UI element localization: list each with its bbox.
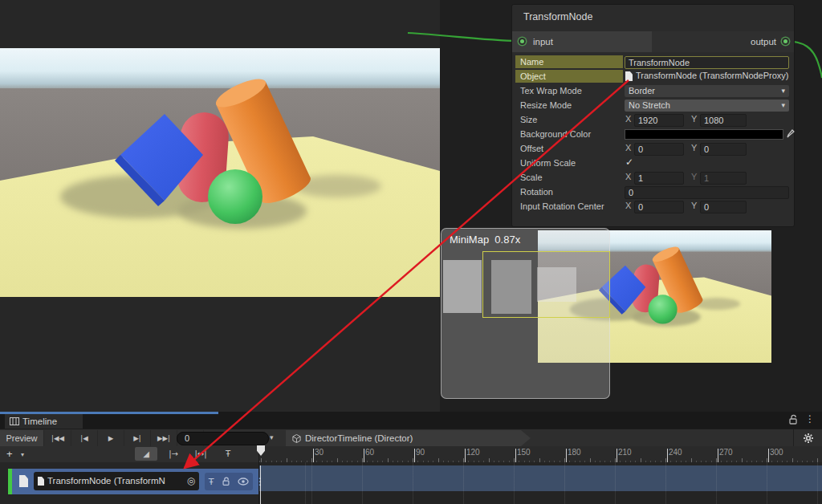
track-asset-icon (19, 475, 28, 487)
breadcrumb[interactable]: DirectorTimeline (Director) (286, 430, 531, 446)
object-picker-icon[interactable]: ◎ (183, 472, 199, 490)
dropdown-value: No Stretch (629, 100, 670, 110)
tab-timeline[interactable]: Timeline (5, 414, 83, 429)
y-axis-label: Y (691, 201, 697, 210)
color-swatch[interactable] (625, 129, 783, 140)
y-value-field[interactable]: 1 (700, 172, 747, 185)
gear-icon (803, 433, 814, 444)
x-value-field[interactable]: 0 (634, 143, 684, 156)
input-port-area[interactable]: input (512, 31, 652, 52)
previous-frame-button[interactable]: |◀ (71, 430, 98, 446)
x-value-field[interactable]: 1 (634, 172, 684, 185)
property-text-field[interactable]: TransformNode (625, 56, 789, 69)
tab-timeline-label: Timeline (22, 417, 57, 426)
property-row-rotation: Rotation0 (512, 185, 794, 199)
property-label: Scale (515, 171, 623, 184)
minimap-panel[interactable]: MiniMap 0.87x (441, 228, 610, 399)
y-value-field[interactable]: 1080 (700, 114, 747, 127)
y-value-field[interactable]: 0 (700, 201, 747, 213)
ruler-tick-300: 300 (770, 448, 783, 457)
y-value-field[interactable]: 0 (700, 143, 747, 156)
track-toolbar: + ▾ ◢|→|↔|Ŧ (0, 446, 258, 462)
add-track-dropdown-icon[interactable]: ▾ (21, 451, 24, 458)
dropdown-no-stretch[interactable]: No Stretch▾ (625, 100, 789, 112)
eyedropper-icon[interactable] (787, 128, 795, 140)
input-port-icon[interactable] (520, 39, 524, 43)
minimap-node-0 (443, 260, 482, 313)
node-properties: NameTransformNodeObjectTransformNode (Tr… (512, 55, 794, 213)
minimap-zoom-level: 0.87x (494, 234, 520, 246)
ruler-tick-120: 120 (466, 448, 480, 457)
ruler-tick-90: 90 (416, 448, 425, 457)
ruler-tick-150: 150 (517, 448, 531, 457)
track-option-icons: Ŧ (205, 473, 253, 490)
current-frame-field[interactable]: 0 (177, 432, 269, 445)
track-object-label: TransformNode (TransformN (47, 476, 165, 486)
property-row-background-color: Background Color (512, 127, 794, 141)
next-frame-button[interactable]: ▶| (124, 430, 151, 446)
transform-node-panel[interactable]: TransformNode input output NameTransform… (511, 4, 795, 227)
y-axis-label: Y (691, 114, 697, 124)
scene-3d-render (0, 48, 440, 297)
chevron-down-icon: ▾ (781, 85, 785, 97)
property-label: Rotation (515, 185, 623, 198)
ruler-tick-30: 30 (315, 448, 324, 457)
timeline-toolbar: Preview |◀◀|◀▶▶|▶▶|[▶] 0 ▾ DirectorTimel… (0, 429, 822, 446)
playhead-line (260, 465, 261, 504)
dropdown-border[interactable]: Border▾ (625, 85, 789, 97)
timeline-track-header[interactable]: TransformNode (TransformN ◎ Ŧ ⋮ (12, 469, 258, 494)
clip-edit-mode-ripple-button[interactable]: |→ (162, 447, 185, 461)
goto-begin-button[interactable]: |◀◀ (45, 430, 71, 446)
checkbox-checked[interactable]: ✓ (625, 156, 633, 168)
property-row-scale: ScaleX1Y1 (512, 170, 794, 185)
edit-mode-buttons: ◢|→|↔|Ŧ (135, 447, 239, 461)
panel-lock-icon[interactable] (788, 414, 798, 425)
x-value-field[interactable]: 0 (634, 201, 684, 213)
ruler-tick-270: 270 (719, 448, 733, 457)
timeline-panel: Timeline ⋮ Preview |◀◀|◀▶▶|▶▶|[▶] 0 ▾ Di… (0, 412, 822, 504)
chevron-down-icon: ▾ (781, 100, 785, 112)
y-axis-label: Y (691, 143, 697, 152)
x-value-field[interactable]: 1920 (634, 114, 684, 127)
track-object-field[interactable]: TransformNode (TransformN (34, 472, 198, 490)
minimap-viewport-rect[interactable] (482, 251, 610, 318)
x-axis-label: X (625, 172, 631, 181)
object-file-icon (625, 71, 633, 81)
object-field-value[interactable]: TransformNode (TransformNodeProxy) (636, 71, 789, 80)
property-row-tex-wrap-mode: Tex Wrap ModeBorder▾ (512, 83, 794, 98)
property-label: Resize Mode (515, 99, 623, 112)
property-label: Offset (515, 142, 623, 155)
timeline-settings-button[interactable] (793, 429, 822, 447)
property-row-input-rotation-center: Input Rotation CenterX0Y0 (512, 199, 794, 213)
scene-render-view (0, 48, 440, 297)
x-axis-label: X (625, 201, 631, 210)
ruler-tick-180: 180 (568, 448, 581, 457)
ruler-tick-240: 240 (669, 448, 682, 457)
pin-icon[interactable]: Ŧ (209, 477, 214, 487)
property-row-size: SizeX1920Y1080 (512, 112, 794, 127)
marker-toggle-button[interactable]: Ŧ (217, 447, 239, 461)
timeline-tab-bar: Timeline ⋮ (0, 412, 822, 429)
node-title: TransformNode (523, 5, 592, 29)
frame-unit-dropdown-icon[interactable]: ▾ (270, 433, 274, 441)
play-button[interactable]: ▶ (98, 430, 124, 446)
goto-end-button[interactable]: ▶▶| (151, 430, 177, 446)
property-text-field[interactable]: 0 (625, 186, 789, 199)
track-lane[interactable] (259, 465, 822, 491)
property-label: Input Rotation Center (515, 200, 623, 213)
property-label: Name (515, 55, 623, 68)
panel-menu-icon[interactable]: ⋮ (805, 413, 815, 425)
x-axis-label: X (625, 114, 631, 124)
clip-edit-mode-replace-button[interactable]: |↔| (189, 447, 212, 461)
lock-icon[interactable] (222, 477, 230, 486)
preview-toggle-button[interactable]: Preview (0, 430, 44, 446)
add-track-button[interactable]: + (6, 448, 13, 460)
property-label: Tex Wrap Mode (515, 84, 623, 97)
clip-edit-mode-mix-button[interactable]: ◢ (135, 447, 157, 461)
breadcrumb-label: DirectorTimeline (Director) (305, 433, 413, 443)
node-port-row: input output (512, 31, 794, 52)
output-port-icon[interactable] (783, 39, 787, 43)
eye-icon[interactable] (238, 478, 249, 486)
timeline-clip-area[interactable] (258, 462, 822, 504)
property-row-offset: OffsetX0Y0 (512, 141, 794, 156)
